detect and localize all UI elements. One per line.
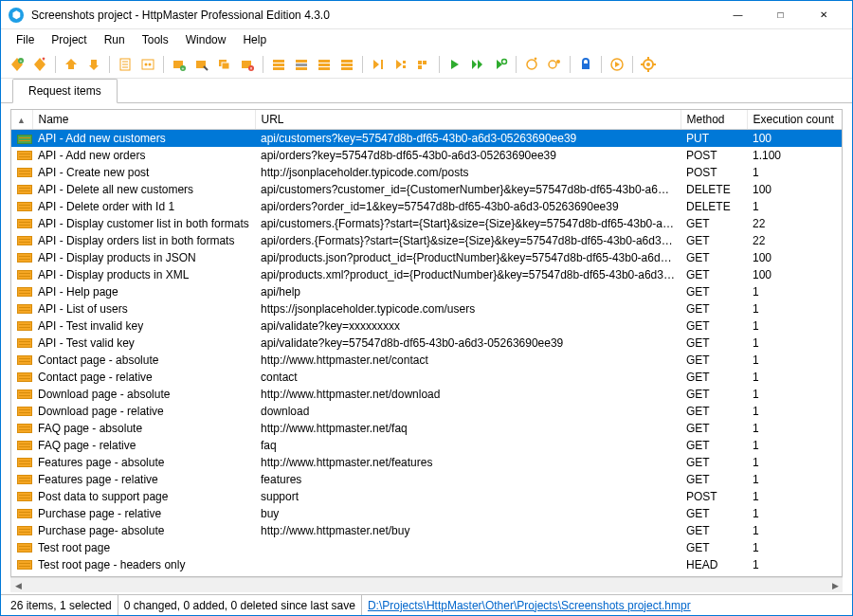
table-row[interactable]: Download page - absolutehttp://www.httpm… — [11, 386, 842, 403]
svg-rect-2 — [68, 64, 74, 69]
table-row[interactable]: API - Help pageapi/helpGET1 — [11, 283, 842, 300]
tab-request-items[interactable]: Request items — [12, 79, 118, 103]
cell-method: GET — [681, 471, 747, 488]
menu-run[interactable]: Run — [97, 31, 133, 48]
column-execution-count[interactable]: Execution count — [747, 110, 842, 130]
table-row[interactable]: Test root pageGET1 — [11, 539, 842, 556]
table-row[interactable]: API - List of usershttps://jsonplacehold… — [11, 300, 842, 317]
table-row[interactable]: API - Display customer list in both form… — [11, 215, 842, 232]
menu-file[interactable]: File — [9, 31, 42, 48]
table-row[interactable]: Contact page - absolutehttp://www.httpma… — [11, 352, 842, 369]
status-item-count: 26 items, 1 selected — [5, 595, 118, 615]
pause-icon — [547, 57, 562, 72]
row-type-icon — [11, 386, 32, 403]
cell-method: GET — [681, 249, 747, 266]
table-row[interactable]: API - Test invalid keyapi/validate?key=x… — [11, 317, 842, 335]
row-type-icon — [11, 232, 32, 249]
run-selected-button[interactable] — [390, 54, 411, 75]
svg-text:+: + — [20, 58, 23, 63]
execute-all-button[interactable] — [467, 54, 488, 75]
stop-button[interactable] — [521, 54, 542, 75]
menu-tools[interactable]: Tools — [135, 31, 176, 48]
edit-item-button[interactable] — [191, 54, 212, 75]
horizontal-scrollbar[interactable]: ◀ ▶ — [10, 577, 843, 592]
table-row[interactable]: API - Delete order with Id 1api/orders?o… — [11, 198, 842, 215]
status-project-path[interactable]: D:\Projects\HttpMaster\Other\Projects\Sc… — [362, 595, 848, 615]
cell-execution-count: 1.100 — [747, 147, 842, 164]
invert-selection-button[interactable] — [314, 54, 335, 75]
cell-url: api/help — [255, 283, 681, 300]
column-url[interactable]: URL — [255, 110, 681, 130]
properties-button[interactable] — [115, 54, 136, 75]
cell-name: API - Add new orders — [32, 147, 255, 164]
request-items-grid[interactable]: ▲ Name URL Method Execution count API - … — [10, 109, 843, 577]
new-project-button[interactable]: + — [7, 54, 27, 75]
table-row[interactable]: API - Create new posthttp://jsonplacehol… — [11, 164, 842, 181]
row-type-icon — [11, 335, 32, 352]
open-project-icon — [32, 57, 47, 72]
table-row[interactable]: Purchase page - relativebuyGET1 — [11, 505, 842, 522]
table-row[interactable]: API - Delete all new customersapi/custom… — [11, 181, 842, 198]
request-item-icon — [17, 509, 32, 518]
table-row[interactable]: Features page - relativefeaturesGET1 — [11, 471, 842, 488]
duplicate-item-button[interactable] — [214, 54, 235, 75]
close-button[interactable]: ✕ — [802, 2, 844, 28]
cell-execution-count: 1 — [747, 352, 842, 369]
table-row[interactable]: API - Add new customersapi/customers?key… — [11, 130, 842, 147]
open-project-button[interactable] — [29, 54, 50, 75]
parameters-button[interactable] — [137, 54, 158, 75]
column-method[interactable]: Method — [681, 110, 747, 130]
scroll-left-icon[interactable]: ◀ — [10, 578, 26, 592]
menu-project[interactable]: Project — [44, 31, 94, 48]
column-name[interactable]: Name — [32, 110, 255, 130]
table-row[interactable]: API - Display products in JSONapi/produc… — [11, 249, 842, 266]
table-row[interactable]: Test root page - headers onlyHEAD1 — [11, 556, 842, 573]
pause-button[interactable] — [544, 54, 565, 75]
scroll-right-icon[interactable]: ▶ — [827, 578, 843, 592]
request-item-icon — [17, 390, 32, 399]
cell-execution-count: 1 — [747, 317, 842, 335]
execute-loop-button[interactable] — [490, 54, 511, 75]
delete-item-button[interactable]: × — [237, 54, 258, 75]
table-row[interactable]: API - Display orders list in both format… — [11, 232, 842, 249]
table-row[interactable]: API - Add new ordersapi/orders?key=57547… — [11, 147, 842, 164]
save-request-button[interactable] — [83, 54, 104, 75]
run-group-button[interactable] — [413, 54, 434, 75]
select-none-button[interactable] — [291, 54, 312, 75]
row-type-icon — [11, 556, 32, 573]
cell-name: Features page - relative — [32, 471, 255, 488]
table-row[interactable]: API - Display products in XMLapi/product… — [11, 266, 842, 283]
toolbar-separator — [570, 56, 571, 73]
menu-help[interactable]: Help — [235, 31, 274, 48]
lock-button[interactable] — [575, 54, 596, 75]
execute-button[interactable] — [445, 54, 465, 75]
select-range-button[interactable] — [336, 54, 357, 75]
maximize-button[interactable]: □ — [759, 2, 802, 28]
column-sort-indicator[interactable]: ▲ — [11, 110, 32, 130]
open-request-button[interactable] — [61, 54, 82, 75]
table-row[interactable]: API - Test valid keyapi/validate?key=575… — [11, 335, 842, 352]
minimize-button[interactable]: — — [717, 2, 759, 28]
table-row[interactable]: FAQ page - absolutehttp://www.httpmaster… — [11, 420, 842, 437]
table-row[interactable]: Post data to support pagesupportPOST1 — [11, 488, 842, 505]
settings-button[interactable] — [638, 54, 659, 75]
select-all-button[interactable] — [268, 54, 289, 75]
cell-method: GET — [681, 522, 747, 539]
svg-point-9 — [149, 63, 152, 65]
cell-url: http://www.httpmaster.net/features — [255, 454, 681, 471]
cell-method: GET — [681, 352, 747, 369]
select-range-icon — [339, 57, 354, 72]
add-item-button[interactable]: + — [169, 54, 190, 75]
table-row[interactable]: Contact page - relativecontactGET1 — [11, 369, 842, 386]
basic-execute-button[interactable] — [607, 54, 627, 75]
menu-window[interactable]: Window — [178, 31, 234, 48]
row-type-icon — [11, 249, 32, 266]
table-row[interactable]: Features page - absolutehttp://www.httpm… — [11, 454, 842, 471]
cell-name: API - List of users — [32, 300, 255, 317]
table-row[interactable]: Download page - relativedownloadGET1 — [11, 403, 842, 420]
table-row[interactable]: FAQ page - relativefaqGET1 — [11, 437, 842, 454]
request-item-icon — [17, 441, 32, 450]
table-row[interactable]: Purchase page- absolutehttp://www.httpma… — [11, 522, 842, 539]
svg-text:×: × — [250, 65, 253, 71]
run-one-button[interactable] — [368, 54, 389, 75]
